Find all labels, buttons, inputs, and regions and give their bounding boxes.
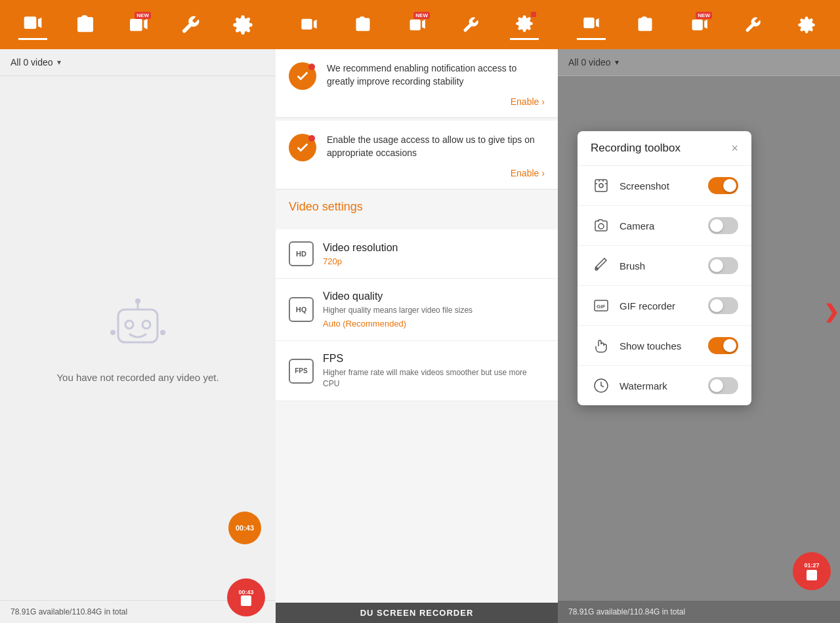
svg-point-10 — [135, 298, 140, 304]
camera-toolbox-icon — [591, 215, 612, 236]
toolbox-close-button[interactable]: × — [731, 142, 738, 154]
watermark-label: Watermark — [620, 380, 708, 392]
subheader-p3[interactable]: All 0 video ▾ — [558, 49, 840, 76]
record-badge-p3: NEW — [696, 12, 712, 19]
gif-icon: GIF — [591, 295, 612, 316]
watermark-toggle-knob — [710, 379, 723, 392]
quality-desc: Higher quality means larger video file s… — [323, 305, 472, 316]
settings-tab-p2[interactable] — [510, 9, 539, 40]
watermark-toggle[interactable] — [708, 377, 738, 394]
svg-marker-20 — [596, 18, 599, 28]
notification-text-1: We recommend enabling notification acces… — [327, 62, 545, 88]
svg-point-8 — [142, 321, 150, 329]
svg-marker-17 — [422, 19, 425, 28]
svg-rect-3 — [130, 18, 142, 31]
svg-marker-23 — [704, 19, 707, 28]
fps-icon-box: FPS — [289, 359, 314, 384]
screenshot-toggle-knob — [723, 179, 736, 192]
svg-rect-19 — [583, 18, 594, 28]
videos-icon-p2[interactable] — [295, 10, 324, 39]
toolbox-item-screenshot[interactable]: Screenshot — [578, 166, 751, 206]
touches-toggle[interactable] — [708, 337, 738, 354]
panel-settings: NEW We recommend enabling notification a… — [276, 0, 558, 623]
video-resolution-item[interactable]: HD Video resolution 720p — [276, 230, 558, 279]
record-stop-button-p3[interactable]: 01:27 — [793, 552, 831, 590]
settings-icon-p3[interactable] — [792, 10, 821, 39]
svg-point-11 — [110, 330, 116, 335]
camera-toggle[interactable] — [708, 217, 738, 234]
quality-title: Video quality — [323, 291, 472, 302]
gif-label: GIF recorder — [620, 300, 708, 312]
dropdown-icon-p1[interactable]: ▾ — [57, 58, 61, 67]
dropdown-icon-p3[interactable]: ▾ — [615, 58, 619, 67]
tools-svg-p2 — [461, 16, 480, 34]
svg-text:GIF: GIF — [597, 304, 605, 310]
camera-toggle-knob — [710, 219, 723, 232]
subheader-p1[interactable]: All 0 video ▾ — [0, 49, 276, 76]
svg-rect-13 — [301, 18, 312, 29]
settings-scroll-content[interactable]: We recommend enabling notification acces… — [276, 49, 558, 623]
hq-icon-box: HQ — [289, 297, 314, 322]
brush-icon — [591, 255, 612, 276]
videos-icon[interactable] — [18, 9, 47, 38]
notification-row-2: Enable the usage access to allow us to g… — [289, 134, 545, 161]
record-icon-p3[interactable]: NEW — [684, 10, 713, 39]
storage-text-p1: 78.91G available/110.84G in total — [10, 607, 127, 616]
screenshot-label: Screenshot — [620, 180, 708, 191]
settings-icon-p2[interactable] — [510, 9, 539, 38]
fps-item[interactable]: FPS FPS Higher frame rate will make vide… — [276, 341, 558, 402]
nav-tab-videos-panel1[interactable] — [18, 9, 47, 40]
empty-state-container-p1: You have not recorded any video yet. 00:… — [0, 76, 276, 600]
svg-marker-4 — [144, 18, 147, 29]
timer-float-p1[interactable]: 00:43 — [228, 512, 261, 544]
camera-icon-p3[interactable] — [631, 10, 660, 39]
video-quality-item[interactable]: HQ Video quality Higher quality means la… — [276, 279, 558, 341]
tools-icon-p2[interactable] — [456, 10, 485, 39]
record-timer-p3: 01:27 — [804, 562, 819, 569]
toolbox-item-brush[interactable]: Brush — [578, 246, 751, 286]
svg-point-7 — [125, 321, 133, 329]
svg-rect-0 — [24, 16, 37, 29]
gif-toggle[interactable] — [708, 297, 738, 314]
videos-tab-p3[interactable] — [577, 9, 606, 40]
brush-toggle-knob — [710, 259, 723, 272]
svg-rect-16 — [410, 19, 421, 30]
screenshot-icon — [591, 175, 612, 196]
toolbox-item-camera[interactable]: Camera — [578, 206, 751, 246]
brush-toggle[interactable] — [708, 257, 738, 274]
notification-card-1: We recommend enabling notification acces… — [276, 49, 558, 118]
toolbox-item-touches[interactable]: Show touches — [578, 326, 751, 366]
settings-icon-nav-p1[interactable] — [228, 10, 257, 39]
camera-label: Camera — [620, 220, 708, 231]
settings-svg — [232, 14, 253, 35]
tools-icon-nav-p1[interactable] — [176, 10, 205, 39]
fps-desc: Higher frame rate will make videos smoot… — [323, 367, 545, 390]
record-icon-nav-p1[interactable]: NEW — [123, 10, 152, 39]
notification-card-2: Enable the usage access to allow us to g… — [276, 121, 558, 190]
tools-icon-p3[interactable] — [738, 10, 767, 39]
video-settings-section: Video settings — [276, 190, 558, 230]
svg-rect-22 — [692, 19, 703, 30]
timer-text-p1: 00:43 — [236, 524, 254, 532]
videos-icon-p3[interactable] — [577, 9, 606, 38]
toolbox-item-watermark[interactable]: Watermark — [578, 366, 751, 405]
camera-icon-p2[interactable] — [348, 10, 377, 39]
screenshot-toggle[interactable] — [708, 177, 738, 194]
all-video-label-p1: All 0 video — [10, 57, 53, 68]
toolbox-item-gif[interactable]: GIF GIF recorder — [578, 286, 751, 326]
record-icon-p2[interactable]: NEW — [402, 10, 431, 39]
svg-marker-14 — [314, 19, 317, 28]
camera-icon-nav-p1[interactable] — [71, 10, 100, 39]
all-video-label-p3: All 0 video — [568, 57, 611, 68]
camera-svg — [75, 14, 96, 35]
empty-state-text-p1: You have not recorded any video yet. — [56, 372, 219, 383]
toolbox-header: Recording toolbox × — [578, 131, 751, 166]
enable-link-1[interactable]: Enable › — [289, 96, 545, 107]
enable-link-2[interactable]: Enable › — [289, 168, 545, 178]
nav-active-indicator — [18, 38, 47, 40]
tools-svg — [180, 14, 201, 35]
arrow-indicator: ❯ — [824, 301, 839, 323]
record-stop-button-p1[interactable]: 00:43 — [227, 578, 265, 616]
watermark-icon — [591, 375, 612, 396]
empty-state-icon — [105, 293, 171, 359]
